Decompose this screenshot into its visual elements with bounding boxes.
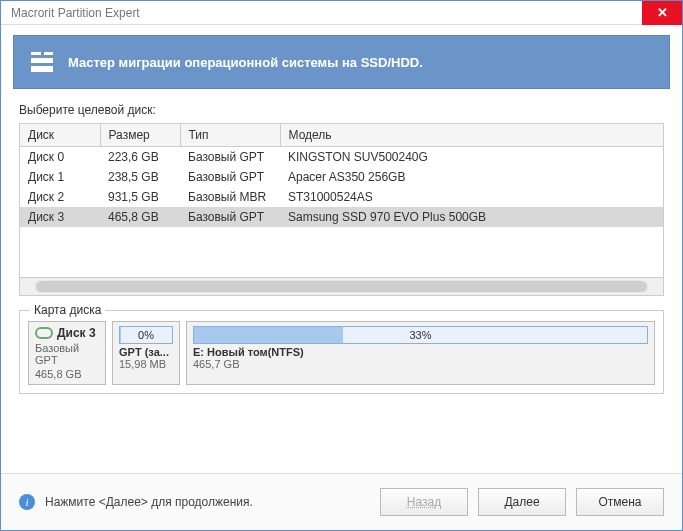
table-row[interactable]: Диск 1238,5 GBБазовый GPTApacer AS350 25… bbox=[20, 167, 663, 187]
usage-bar: 33% bbox=[193, 326, 648, 344]
cell-type: Базовый GPT bbox=[180, 167, 280, 187]
usage-percent: 0% bbox=[138, 329, 154, 341]
partition-name: GPT (за... bbox=[119, 346, 173, 358]
disk-table: Диск Размер Тип Модель Диск 0223,6 GBБаз… bbox=[19, 123, 664, 278]
cell-disk: Диск 3 bbox=[20, 207, 100, 227]
footer: i Нажмите <Далее> для продолжения. Назад… bbox=[1, 473, 682, 530]
cancel-button[interactable]: Отмена bbox=[576, 488, 664, 516]
table-row[interactable]: Диск 2931,5 GBБазовый MBRST31000524AS bbox=[20, 187, 663, 207]
cell-disk: Диск 2 bbox=[20, 187, 100, 207]
horizontal-scrollbar[interactable] bbox=[19, 278, 664, 296]
cell-size: 238,5 GB bbox=[100, 167, 180, 187]
cell-model: ST31000524AS bbox=[280, 187, 663, 207]
migrate-icon bbox=[30, 50, 54, 74]
back-button[interactable]: Назад bbox=[380, 488, 468, 516]
col-header-disk[interactable]: Диск bbox=[20, 124, 100, 147]
disk-name: Диск 3 bbox=[57, 326, 96, 340]
col-header-type[interactable]: Тип bbox=[180, 124, 280, 147]
cell-size: 931,5 GB bbox=[100, 187, 180, 207]
titlebar: Macrorit Partition Expert ✕ bbox=[1, 1, 682, 25]
partition-size: 465,7 GB bbox=[193, 358, 648, 370]
select-disk-label: Выберите целевой диск: bbox=[19, 103, 664, 117]
footer-hint: Нажмите <Далее> для продолжения. bbox=[45, 495, 370, 509]
partition[interactable]: 33%E: Новый том(NTFS)465,7 GB bbox=[186, 321, 655, 385]
cell-size: 223,6 GB bbox=[100, 147, 180, 168]
svg-rect-1 bbox=[44, 52, 53, 55]
col-header-size[interactable]: Размер bbox=[100, 124, 180, 147]
window: Macrorit Partition Expert ✕ Мастер мигра… bbox=[0, 0, 683, 531]
cell-disk: Диск 1 bbox=[20, 167, 100, 187]
close-button[interactable]: ✕ bbox=[642, 1, 682, 25]
content: Выберите целевой диск: Диск Размер Тип М… bbox=[1, 99, 682, 473]
info-icon: i bbox=[19, 494, 35, 510]
svg-rect-2 bbox=[31, 58, 53, 63]
svg-rect-0 bbox=[31, 52, 41, 55]
cell-type: Базовый MBR bbox=[180, 187, 280, 207]
disk-info: Диск 3 Базовый GPT 465,8 GB bbox=[28, 321, 106, 385]
table-row[interactable]: Диск 3465,8 GBБазовый GPTSamsung SSD 970… bbox=[20, 207, 663, 227]
next-button[interactable]: Далее bbox=[478, 488, 566, 516]
close-icon: ✕ bbox=[657, 5, 668, 20]
cell-model: KINGSTON SUV500240G bbox=[280, 147, 663, 168]
cell-type: Базовый GPT bbox=[180, 147, 280, 168]
partition-size: 15,98 MB bbox=[119, 358, 173, 370]
disk-type: Базовый GPT bbox=[35, 342, 99, 366]
partition-name: E: Новый том(NTFS) bbox=[193, 346, 648, 358]
disk-map-panel: Карта диска Диск 3 Базовый GPT 465,8 GB … bbox=[19, 310, 664, 394]
col-header-model[interactable]: Модель bbox=[280, 124, 663, 147]
table-row[interactable]: Диск 0223,6 GBБазовый GPTKINGSTON SUV500… bbox=[20, 147, 663, 168]
usage-percent: 33% bbox=[409, 329, 431, 341]
disk-size: 465,8 GB bbox=[35, 368, 99, 380]
disk-icon bbox=[35, 327, 53, 339]
usage-bar: 0% bbox=[119, 326, 173, 344]
cell-type: Базовый GPT bbox=[180, 207, 280, 227]
partition[interactable]: 0%GPT (за...15,98 MB bbox=[112, 321, 180, 385]
cell-model: Samsung SSD 970 EVO Plus 500GB bbox=[280, 207, 663, 227]
cell-size: 465,8 GB bbox=[100, 207, 180, 227]
wizard-banner: Мастер миграции операционной системы на … bbox=[13, 35, 670, 89]
window-title: Macrorit Partition Expert bbox=[11, 6, 642, 20]
disk-map-legend: Карта диска bbox=[30, 303, 105, 317]
svg-rect-3 bbox=[31, 66, 53, 72]
cell-model: Apacer AS350 256GB bbox=[280, 167, 663, 187]
banner-text: Мастер миграции операционной системы на … bbox=[68, 55, 423, 70]
cell-disk: Диск 0 bbox=[20, 147, 100, 168]
